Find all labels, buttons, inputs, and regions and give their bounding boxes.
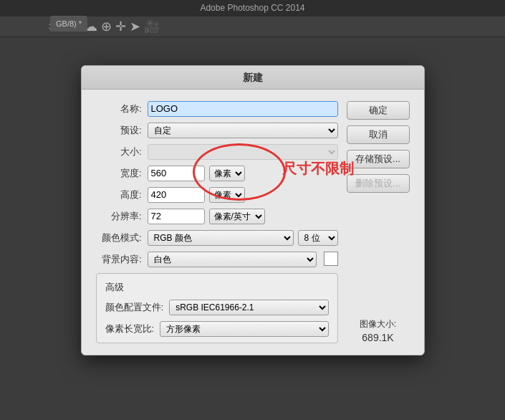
color-profile-label: 颜色配置文件: <box>105 301 170 314</box>
name-label: 名称: <box>96 102 148 115</box>
width-unit-select[interactable]: 像素 <box>209 166 245 181</box>
size-row: 大小: <box>96 144 338 160</box>
bg-content-select[interactable]: 白色 <box>148 252 317 267</box>
name-row: 名称: <box>96 101 338 117</box>
advanced-section: 高级 颜色配置文件: sRGB IEC61966-2.1 像素长宽比: 方形像素 <box>96 273 338 343</box>
new-document-dialog: 新建 名称: 预设: 自定 大小: <box>81 65 425 355</box>
resolution-input-group: 像素/英寸 <box>148 209 338 224</box>
bg-content-label: 背景内容: <box>96 253 148 266</box>
image-size-area: 图像大小: 689.1K <box>347 311 410 343</box>
size-select <box>148 144 338 160</box>
height-unit-select[interactable]: 像素 <box>209 187 245 203</box>
color-mode-group: RGB 颜色 8 位 <box>148 230 338 246</box>
pixel-aspect-select[interactable]: 方形像素 <box>160 321 328 337</box>
image-size-value: 689.1K <box>347 332 410 343</box>
width-input[interactable] <box>148 166 205 181</box>
delete-preset-button[interactable]: 删除预设... <box>347 174 410 193</box>
color-profile-select[interactable]: sRGB IEC61966-2.1 <box>169 300 328 315</box>
width-label: 宽度: <box>96 167 148 180</box>
dialog-form: 名称: 预设: 自定 大小: <box>96 101 338 343</box>
bg-content-group: 白色 <box>148 252 338 267</box>
ok-button[interactable]: 确定 <box>347 101 410 120</box>
dialog-body: 名称: 预设: 自定 大小: <box>82 90 424 355</box>
size-label: 大小: <box>96 145 148 158</box>
preset-row: 预设: 自定 <box>96 123 338 138</box>
bit-depth-select[interactable]: 8 位 <box>298 230 338 246</box>
resolution-row: 分辨率: 像素/英寸 <box>96 209 338 224</box>
dialog-actions: 确定 取消 存储预设... 删除预设... 图像大小: 689.1K <box>347 101 410 343</box>
height-input-group: 像素 <box>148 187 338 203</box>
width-input-group: 像素 <box>148 166 338 181</box>
pixel-aspect-label: 像素长宽比: <box>105 323 160 335</box>
dialog-title: 新建 <box>243 72 263 83</box>
color-mode-select[interactable]: RGB 颜色 <box>148 230 294 246</box>
advanced-label: 高级 <box>105 281 329 294</box>
dialog-titlebar: 新建 <box>82 66 424 90</box>
resolution-unit-select[interactable]: 像素/英寸 <box>209 209 265 224</box>
bg-color-swatch[interactable] <box>324 252 338 266</box>
preset-select[interactable]: 自定 <box>148 123 338 138</box>
image-size-label: 图像大小: <box>347 318 410 330</box>
save-preset-button[interactable]: 存储预设... <box>347 150 410 168</box>
pixel-aspect-row: 像素长宽比: 方形像素 <box>105 321 329 337</box>
color-mode-row: 颜色模式: RGB 颜色 8 位 <box>96 230 338 246</box>
height-row: 高度: 像素 <box>96 187 338 203</box>
dialog-overlay: 新建 名称: 预设: 自定 大小: <box>0 0 505 420</box>
name-input[interactable] <box>148 101 338 117</box>
width-row: 宽度: 像素 <box>96 166 338 181</box>
height-label: 高度: <box>96 188 148 201</box>
color-mode-label: 颜色模式: <box>96 232 148 244</box>
resolution-label: 分辨率: <box>96 210 148 223</box>
resolution-input[interactable] <box>148 209 205 224</box>
cancel-button[interactable]: 取消 <box>347 125 410 144</box>
bg-content-row: 背景内容: 白色 <box>96 252 338 267</box>
preset-label: 预设: <box>96 124 148 137</box>
color-profile-row: 颜色配置文件: sRGB IEC61966-2.1 <box>105 300 329 315</box>
height-input[interactable] <box>148 187 205 203</box>
